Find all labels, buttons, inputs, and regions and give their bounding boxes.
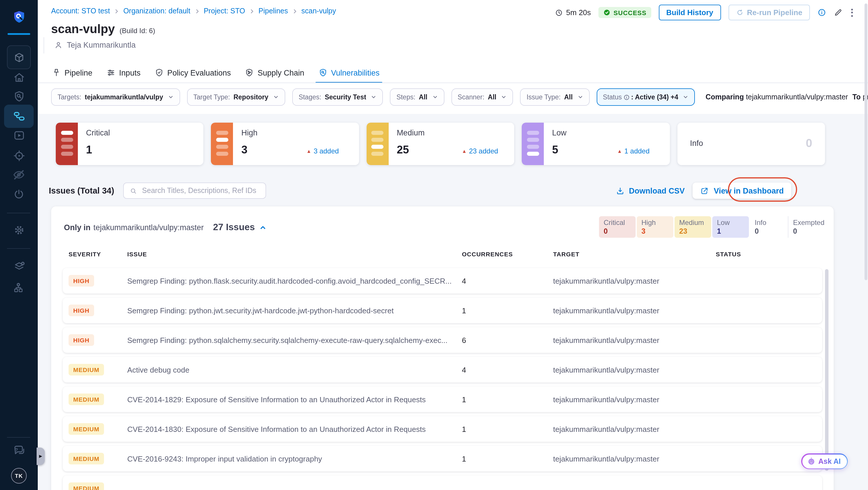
sidebar-item-settings[interactable] xyxy=(0,224,38,237)
kebab-menu-icon[interactable] xyxy=(850,7,854,18)
severity-card-high: High 3 ▲3 added xyxy=(211,123,359,165)
sidebar-item-home[interactable] xyxy=(0,71,38,84)
shield-nodes-icon xyxy=(245,68,254,77)
added-count: ▲1 added xyxy=(617,147,650,155)
pill-critical[interactable]: Critical0 xyxy=(599,216,636,238)
detail-tabs: Pipeline Inputs Policy Evaluations Suppl… xyxy=(52,63,380,83)
ai-robot-icon xyxy=(807,457,815,466)
breadcrumb-org[interactable]: Organization: default xyxy=(123,7,190,15)
sidebar-item-help[interactable] xyxy=(0,444,38,457)
breadcrumb-account[interactable]: Account: STO test xyxy=(51,7,110,15)
severity-badge: HIGH xyxy=(68,305,94,316)
table-row[interactable]: HIGH Semgrep Finding: python.jwt.securit… xyxy=(63,298,822,323)
severity-bar xyxy=(56,123,78,165)
table-row[interactable]: MEDIUM CVE-2016-9243: Improper input val… xyxy=(63,446,822,471)
filter-issue-type[interactable]: Issue Type:All xyxy=(520,88,590,106)
table-row[interactable]: MEDIUM Active debug code 4 tejakummariku… xyxy=(63,357,822,382)
pill-high[interactable]: High3 xyxy=(637,216,673,238)
table-row[interactable]: HIGH Semgrep Finding: python.sqlalchemy.… xyxy=(63,327,822,353)
build-id-label: (Build Id: 6) xyxy=(119,27,155,35)
breadcrumb-current[interactable]: scan-vulpy xyxy=(301,7,336,15)
filter-stages[interactable]: Stages:Security Test xyxy=(292,88,383,106)
external-link-icon xyxy=(701,186,709,195)
table-scrollbar-thumb[interactable] xyxy=(825,269,829,471)
triangle-up-icon: ▲ xyxy=(617,148,622,154)
info-icon[interactable] xyxy=(817,8,826,17)
download-icon xyxy=(616,186,625,195)
edit-pencil-icon[interactable] xyxy=(834,8,842,17)
author-timeline-rule xyxy=(43,37,44,54)
breadcrumb-pipelines[interactable]: Pipelines xyxy=(258,7,288,15)
pill-info[interactable]: Info0 xyxy=(750,216,787,238)
issues-group-header: Only in tejakummarikuntla/vulpy:master 2… xyxy=(64,222,267,233)
home-icon xyxy=(12,71,25,84)
severity-bar xyxy=(211,123,233,165)
filter-targets[interactable]: Targets:tejakummarikuntla/vulpy xyxy=(51,88,180,106)
sidebar-item-project-setup[interactable] xyxy=(0,261,38,273)
sidebar-expand-toggle[interactable]: ▶ xyxy=(37,448,45,465)
filter-status[interactable]: Status : Active (34) +4 xyxy=(596,88,695,106)
tab-pipeline[interactable]: Pipeline xyxy=(52,68,92,77)
filter-scanner[interactable]: Scanner:All xyxy=(451,88,513,106)
sidebar-item-hidden-issues[interactable] xyxy=(0,168,38,181)
sidebar-item-overview[interactable] xyxy=(0,90,38,103)
table-row[interactable]: MEDIUM CVE-2014-1830: Exposure of Sensit… xyxy=(63,416,822,442)
shield-search-icon xyxy=(318,68,328,77)
sidebar-item-exemptions[interactable] xyxy=(0,188,38,201)
severity-card-info: Info 0 xyxy=(677,123,825,165)
thumbtack-icon xyxy=(52,68,61,77)
chevron-down-icon xyxy=(168,94,174,100)
filter-steps[interactable]: Steps:All xyxy=(390,88,444,106)
pill-exempted[interactable]: Exempted0 xyxy=(788,216,825,238)
logo-active-underline xyxy=(7,33,30,35)
search-input[interactable] xyxy=(141,186,259,195)
tab-supply-chain[interactable]: Supply Chain xyxy=(245,68,304,77)
severity-badge: MEDIUM xyxy=(68,453,104,464)
pill-low[interactable]: Low1 xyxy=(712,216,749,238)
chevron-up-icon[interactable] xyxy=(259,223,267,231)
chevron-right-icon xyxy=(249,8,254,14)
download-csv-button[interactable]: Download CSV xyxy=(616,186,685,195)
ask-ai-button[interactable]: Ask AI xyxy=(801,453,848,469)
view-in-dashboard-button[interactable]: View in Dashboard xyxy=(693,183,791,199)
issues-table: HIGH Semgrep Finding: python.flask.secur… xyxy=(63,268,822,490)
severity-count-pills: Critical0 High3 Medium23 Low1 Info0 Exem… xyxy=(599,216,825,238)
module-selector-button[interactable] xyxy=(7,45,31,69)
chevron-right-icon xyxy=(292,8,297,14)
issues-search[interactable] xyxy=(123,183,266,199)
sidebar-item-targets[interactable] xyxy=(0,149,38,162)
severity-bar xyxy=(522,123,544,165)
sidebar-item-executions[interactable] xyxy=(0,129,38,142)
author-row: Teja Kummarikuntla xyxy=(54,41,136,50)
rerun-pipeline-button[interactable]: Re-run Pipeline xyxy=(728,5,810,20)
chevron-right-icon xyxy=(194,8,199,14)
shield-search-icon xyxy=(12,90,25,103)
tab-inputs[interactable]: Inputs xyxy=(106,68,141,77)
build-history-button[interactable]: Build History xyxy=(658,5,721,20)
tab-vulnerabilities[interactable]: Vulnerabilities xyxy=(318,68,379,77)
person-icon xyxy=(54,41,63,50)
sidebar-item-org-setup[interactable] xyxy=(0,281,38,294)
play-box-icon xyxy=(12,129,25,142)
table-row[interactable]: MEDIUM CVE-2014-1829: Exposure of Sensit… xyxy=(63,387,822,412)
triangle-up-icon: ▲ xyxy=(307,148,311,154)
breadcrumb: Account: STO test Organization: default … xyxy=(51,7,336,15)
help-question-glyph: ? xyxy=(15,448,18,453)
sidebar-item-pipelines[interactable] xyxy=(4,104,34,128)
tab-policy-evaluations[interactable]: Policy Evaluations xyxy=(155,68,231,77)
table-row[interactable]: HIGH Semgrep Finding: python.flask.secur… xyxy=(63,268,822,294)
layers-gear-icon xyxy=(12,261,25,273)
pill-medium[interactable]: Medium23 xyxy=(675,216,711,238)
chevron-right-icon xyxy=(114,8,119,14)
refresh-icon xyxy=(736,9,743,16)
breadcrumb-project[interactable]: Project: STO xyxy=(204,7,245,15)
user-avatar[interactable]: TK xyxy=(11,468,27,484)
table-row[interactable]: MEDIUM xyxy=(63,476,822,490)
issues-panel: Only in tejakummarikuntla/vulpy:master 2… xyxy=(51,206,834,490)
filter-target-type[interactable]: Target Type:Repository xyxy=(187,88,285,106)
sto-logo-icon[interactable] xyxy=(0,10,38,24)
page-scrollbar-thumb[interactable] xyxy=(865,3,867,280)
cube-icon xyxy=(13,52,25,63)
triangle-up-icon: ▲ xyxy=(462,148,467,154)
severity-badge: MEDIUM xyxy=(68,483,104,490)
